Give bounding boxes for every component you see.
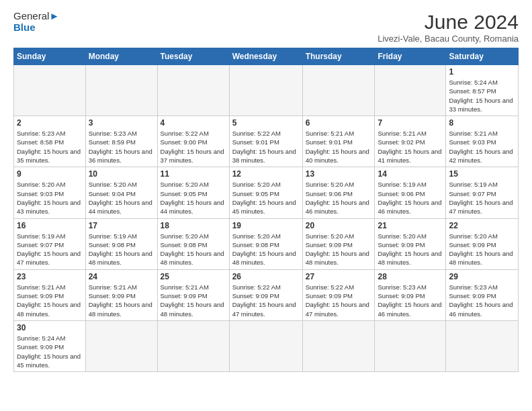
day-number: 15 <box>449 169 515 179</box>
day-info: Sunrise: 5:21 AM Sunset: 9:03 PM Dayligh… <box>449 129 515 165</box>
day-number: 25 <box>161 272 226 281</box>
day-info: Sunrise: 5:23 AM Sunset: 8:58 PM Dayligh… <box>17 129 83 165</box>
day-info: Sunrise: 5:20 AM Sunset: 9:04 PM Dayligh… <box>89 180 154 216</box>
calendar-cell <box>157 320 229 371</box>
day-info: Sunrise: 5:21 AM Sunset: 9:09 PM Dayligh… <box>17 283 83 318</box>
title-block: June 2024 Livezi-Vale, Bacau County, Rom… <box>378 11 519 44</box>
calendar-cell <box>302 65 375 116</box>
col-tuesday: Tuesday <box>157 48 229 65</box>
day-number: 30 <box>17 323 83 332</box>
day-info: Sunrise: 5:20 AM Sunset: 9:03 PM Dayligh… <box>17 180 83 216</box>
day-info: Sunrise: 5:20 AM Sunset: 9:09 PM Dayligh… <box>378 232 443 267</box>
header: General► Blue June 2024 Livezi-Vale, Bac… <box>13 11 519 44</box>
day-number: 24 <box>89 272 154 281</box>
day-number: 5 <box>232 118 300 128</box>
col-thursday: Thursday <box>302 48 375 65</box>
calendar-cell: 25Sunrise: 5:21 AM Sunset: 9:09 PM Dayli… <box>157 269 229 320</box>
day-info: Sunrise: 5:24 AM Sunset: 8:57 PM Dayligh… <box>449 78 515 113</box>
calendar-cell <box>157 65 229 116</box>
day-number: 28 <box>378 272 443 281</box>
day-number: 10 <box>89 169 154 179</box>
day-info: Sunrise: 5:23 AM Sunset: 9:09 PM Dayligh… <box>378 283 443 318</box>
calendar-cell: 14Sunrise: 5:19 AM Sunset: 9:06 PM Dayli… <box>375 167 446 218</box>
day-info: Sunrise: 5:22 AM Sunset: 9:00 PM Dayligh… <box>161 129 226 165</box>
day-number: 27 <box>306 272 372 281</box>
col-monday: Monday <box>85 48 157 65</box>
day-info: Sunrise: 5:20 AM Sunset: 9:06 PM Dayligh… <box>306 180 372 216</box>
day-number: 21 <box>378 221 443 230</box>
logo-svg: General► Blue <box>13 11 59 33</box>
calendar-cell <box>446 320 519 371</box>
day-info: Sunrise: 5:23 AM Sunset: 9:09 PM Dayligh… <box>449 283 515 318</box>
calendar-week-row: 1Sunrise: 5:24 AM Sunset: 8:57 PM Daylig… <box>14 65 519 116</box>
calendar-cell: 7Sunrise: 5:21 AM Sunset: 9:02 PM Daylig… <box>375 116 446 167</box>
day-number: 2 <box>17 118 83 128</box>
col-sunday: Sunday <box>14 48 86 65</box>
day-info: Sunrise: 5:19 AM Sunset: 9:08 PM Dayligh… <box>89 232 154 267</box>
day-number: 20 <box>306 221 372 230</box>
day-number: 14 <box>378 169 443 179</box>
day-number: 22 <box>449 221 515 230</box>
calendar-cell: 8Sunrise: 5:21 AM Sunset: 9:03 PM Daylig… <box>446 116 519 167</box>
day-info: Sunrise: 5:24 AM Sunset: 9:09 PM Dayligh… <box>17 334 83 369</box>
calendar-cell: 15Sunrise: 5:19 AM Sunset: 9:07 PM Dayli… <box>446 167 519 218</box>
calendar-cell <box>85 320 157 371</box>
col-wednesday: Wednesday <box>229 48 302 65</box>
day-number: 18 <box>161 221 226 230</box>
calendar-cell <box>229 65 302 116</box>
calendar-cell: 5Sunrise: 5:22 AM Sunset: 9:01 PM Daylig… <box>229 116 302 167</box>
location: Livezi-Vale, Bacau County, Romania <box>378 34 519 44</box>
day-number: 16 <box>17 221 83 230</box>
day-info: Sunrise: 5:22 AM Sunset: 9:09 PM Dayligh… <box>306 283 372 318</box>
day-info: Sunrise: 5:22 AM Sunset: 9:09 PM Dayligh… <box>232 283 300 318</box>
day-info: Sunrise: 5:22 AM Sunset: 9:01 PM Dayligh… <box>232 129 300 165</box>
calendar-cell: 28Sunrise: 5:23 AM Sunset: 9:09 PM Dayli… <box>375 269 446 320</box>
calendar-cell: 19Sunrise: 5:20 AM Sunset: 9:08 PM Dayli… <box>229 218 302 269</box>
calendar-week-row: 16Sunrise: 5:19 AM Sunset: 9:07 PM Dayli… <box>14 218 519 269</box>
day-info: Sunrise: 5:23 AM Sunset: 8:59 PM Dayligh… <box>89 129 154 165</box>
col-friday: Friday <box>375 48 446 65</box>
calendar-cell: 10Sunrise: 5:20 AM Sunset: 9:04 PM Dayli… <box>85 167 157 218</box>
day-number: 23 <box>17 272 83 281</box>
calendar-week-row: 30Sunrise: 5:24 AM Sunset: 9:09 PM Dayli… <box>14 320 519 371</box>
calendar-cell <box>229 320 302 371</box>
day-number: 9 <box>17 169 83 179</box>
calendar-week-row: 23Sunrise: 5:21 AM Sunset: 9:09 PM Dayli… <box>14 269 519 320</box>
calendar-cell: 3Sunrise: 5:23 AM Sunset: 8:59 PM Daylig… <box>85 116 157 167</box>
day-number: 7 <box>378 118 443 128</box>
day-info: Sunrise: 5:20 AM Sunset: 9:05 PM Dayligh… <box>161 180 226 216</box>
calendar-cell <box>375 65 446 116</box>
calendar-cell: 23Sunrise: 5:21 AM Sunset: 9:09 PM Dayli… <box>14 269 86 320</box>
calendar-cell <box>375 320 446 371</box>
day-number: 13 <box>306 169 372 179</box>
calendar-cell: 12Sunrise: 5:20 AM Sunset: 9:05 PM Dayli… <box>229 167 302 218</box>
calendar-cell: 11Sunrise: 5:20 AM Sunset: 9:05 PM Dayli… <box>157 167 229 218</box>
day-info: Sunrise: 5:21 AM Sunset: 9:09 PM Dayligh… <box>89 283 154 318</box>
day-number: 17 <box>89 221 154 230</box>
day-info: Sunrise: 5:19 AM Sunset: 9:07 PM Dayligh… <box>449 180 515 216</box>
page: General► Blue June 2024 Livezi-Vale, Bac… <box>0 0 532 411</box>
calendar-cell: 27Sunrise: 5:22 AM Sunset: 9:09 PM Dayli… <box>302 269 375 320</box>
day-number: 26 <box>232 272 300 281</box>
calendar-cell: 16Sunrise: 5:19 AM Sunset: 9:07 PM Dayli… <box>14 218 86 269</box>
day-number: 3 <box>89 118 154 128</box>
day-info: Sunrise: 5:20 AM Sunset: 9:08 PM Dayligh… <box>161 232 226 267</box>
day-info: Sunrise: 5:19 AM Sunset: 9:06 PM Dayligh… <box>378 180 443 216</box>
calendar-cell: 9Sunrise: 5:20 AM Sunset: 9:03 PM Daylig… <box>14 167 86 218</box>
calendar-cell: 22Sunrise: 5:20 AM Sunset: 9:09 PM Dayli… <box>446 218 519 269</box>
day-info: Sunrise: 5:20 AM Sunset: 9:09 PM Dayligh… <box>449 232 515 267</box>
calendar-cell: 29Sunrise: 5:23 AM Sunset: 9:09 PM Dayli… <box>446 269 519 320</box>
calendar-week-row: 2Sunrise: 5:23 AM Sunset: 8:58 PM Daylig… <box>14 116 519 167</box>
day-number: 6 <box>306 118 372 128</box>
day-number: 19 <box>232 221 300 230</box>
calendar-cell: 30Sunrise: 5:24 AM Sunset: 9:09 PM Dayli… <box>14 320 86 371</box>
day-number: 1 <box>449 67 515 77</box>
calendar-cell: 20Sunrise: 5:20 AM Sunset: 9:09 PM Dayli… <box>302 218 375 269</box>
calendar-cell: 13Sunrise: 5:20 AM Sunset: 9:06 PM Dayli… <box>302 167 375 218</box>
col-saturday: Saturday <box>446 48 519 65</box>
day-number: 29 <box>449 272 515 281</box>
day-info: Sunrise: 5:21 AM Sunset: 9:01 PM Dayligh… <box>306 129 372 165</box>
day-info: Sunrise: 5:21 AM Sunset: 9:02 PM Dayligh… <box>378 129 443 165</box>
logo: General► Blue <box>13 11 59 33</box>
day-number: 4 <box>161 118 226 128</box>
